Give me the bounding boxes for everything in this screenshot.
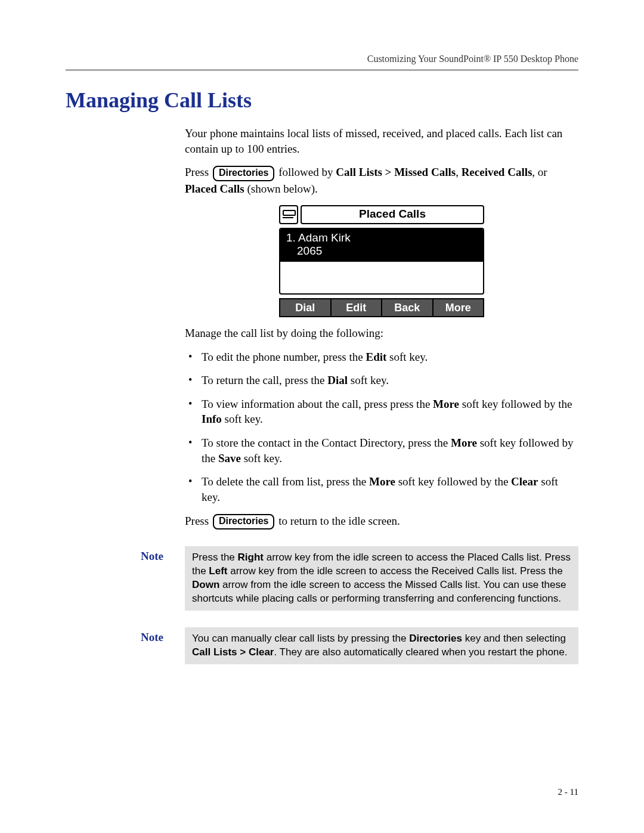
notes-container: NotePress the Right arrow key from the i… [66,546,578,664]
softkey-more: More [434,298,485,317]
phone-screen-illustration: Placed Calls 1. Adam Kirk 2065 Dial Edit… [279,205,484,317]
placed-calls: Placed Calls [185,182,244,195]
instruction-item: To delete the call from list, press the … [185,474,578,504]
phone-list-icon [279,205,298,224]
received-calls: Received Calls [462,166,532,178]
note-label: Note [66,546,185,611]
path-call-lists: Call Lists > Missed Calls [336,166,456,178]
note-row: NoteYou can manually clear call lists by… [66,627,578,664]
note-box: Press the Right arrow key from the idle … [185,546,578,611]
softkey-edit: Edit [332,298,383,317]
note-label: Note [66,627,185,664]
running-header: Customizing Your SoundPoint® IP 550 Desk… [66,54,578,64]
header-rule [66,69,578,71]
press-word: Press [185,515,209,527]
phone-screen-title: Placed Calls [301,205,484,224]
instruction-item: To edit the phone number, press the Edit… [185,349,578,365]
entry-extension: 2065 [286,244,477,258]
directories-button-icon: Directories [213,514,275,529]
instruction-item: To return the call, press the Dial soft … [185,373,578,388]
page: Customizing Your SoundPoint® IP 550 Desk… [0,0,644,833]
note-row: NotePress the Right arrow key from the i… [66,546,578,611]
phone-screen-body: 1. Adam Kirk 2065 [279,228,484,295]
call-list-entry-selected: 1. Adam Kirk 2065 [280,229,483,262]
press-word: Press [185,166,209,178]
instruction-item: To store the contact in the Contact Dire… [185,435,578,466]
section-title: Managing Call Lists [66,88,578,113]
intro-paragraph: Your phone maintains local lists of miss… [185,126,578,156]
return-line: Press Directories to return to the idle … [185,513,578,530]
body-column: Your phone maintains local lists of miss… [185,126,578,529]
instruction-list: To edit the phone number, press the Edit… [185,349,578,505]
softkey-dial: Dial [279,298,332,317]
text: (shown below). [244,182,318,195]
text: to return to the idle screen. [278,515,400,527]
text: , [456,166,462,178]
text: , or [532,166,547,178]
entry-name: 1. Adam Kirk [286,231,351,244]
softkey-row: Dial Edit Back More [279,298,484,317]
manage-lead: Manage the call list by doing the follow… [185,326,578,341]
page-number: 2 - 11 [558,787,578,797]
instruction-item: To view information about the call, pres… [185,397,578,427]
softkey-back: Back [382,298,434,317]
directories-button-icon: Directories [213,166,275,181]
press-directories-line: Press Directories followed by Call Lists… [185,165,578,196]
text: followed by [278,166,336,178]
note-box: You can manually clear call lists by pre… [185,627,578,664]
